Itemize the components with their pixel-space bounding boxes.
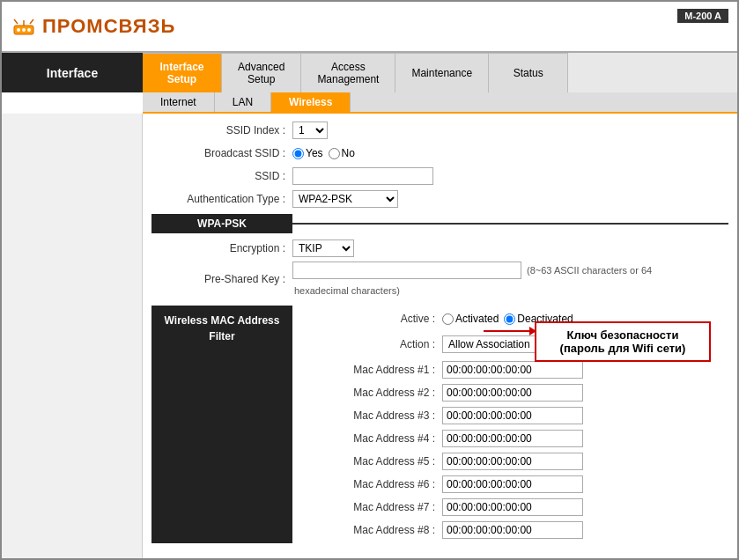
encryption-row: Encryption : TKIP	[151, 239, 728, 258]
mac-input-6[interactable]	[442, 475, 583, 493]
mac-address-row-8: Mac Address #8 :	[301, 520, 728, 540]
action-label: Action :	[301, 338, 442, 350]
sub-tab-internet[interactable]: Internet	[143, 92, 215, 112]
wpa-psk-line	[292, 223, 728, 225]
router-icon	[11, 13, 37, 40]
auth-type-label: Authentication Type :	[151, 193, 292, 205]
nav-tabs: InterfaceSetup AdvancedSetup AccessManag…	[143, 53, 737, 92]
ssid-value: 0000aa-pc	[292, 167, 433, 185]
ssid-index-value: 1	[292, 122, 328, 139]
sidebar	[2, 114, 143, 558]
active-label: Active :	[301, 313, 442, 325]
broadcast-yes-label[interactable]: Yes	[292, 147, 323, 159]
mac-filter-label: Wireless MAC AddressFilter	[151, 306, 292, 543]
svg-line-5	[14, 19, 18, 24]
psk-value: (8~63 ASCII characters or 64 hexadecimal…	[292, 262, 652, 297]
wpa-psk-label: WPA-PSK	[151, 214, 292, 233]
tooltip-line2: (пароль для Wifi сети)	[545, 342, 700, 355]
svg-point-3	[27, 28, 31, 32]
mac-label-8: Mac Address #8 :	[301, 524, 442, 536]
broadcast-yes-radio[interactable]	[292, 148, 304, 159]
svg-point-2	[22, 28, 26, 32]
ssid-input[interactable]: 0000aa-pc	[292, 167, 433, 185]
encryption-value: TKIP	[292, 239, 354, 257]
tab-access-management[interactable]: AccessManagement	[301, 53, 395, 92]
broadcast-ssid-value: Yes No	[292, 147, 355, 159]
ssid-label: SSID :	[151, 170, 292, 182]
ssid-index-row: SSID Index : 1	[151, 121, 728, 140]
tooltip-box: Ключ безопасности (пароль для Wifi сети)	[535, 321, 711, 362]
mac-input-5[interactable]	[442, 453, 583, 470]
encryption-label: Encryption :	[151, 242, 292, 254]
activated-radio[interactable]	[442, 313, 454, 325]
mac-label-1: Mac Address #1 :	[301, 364, 442, 376]
broadcast-ssid-label: Broadcast SSID :	[151, 147, 292, 159]
psk-input[interactable]	[292, 262, 521, 279]
nav-interface-label: Interface	[2, 53, 143, 92]
mac-input-7[interactable]	[442, 498, 583, 516]
mac-label-5: Mac Address #5 :	[301, 455, 442, 468]
tab-advanced-setup[interactable]: AdvancedSetup	[222, 53, 301, 92]
mac-input-4[interactable]	[442, 430, 583, 447]
main-content: SSID Index : 1 Broadcast SSID : Yes	[143, 114, 737, 558]
mac-address-row-2: Mac Address #2 :	[301, 383, 728, 402]
action-select[interactable]: Allow Association	[442, 335, 548, 353]
sub-tab-wireless[interactable]: Wireless	[271, 92, 351, 112]
nav-area: Interface InterfaceSetup AdvancedSetup A…	[2, 53, 737, 92]
mac-label-7: Mac Address #7 :	[301, 501, 442, 513]
logo-text: ПРОМСВЯЗЬ	[42, 15, 175, 38]
sub-tabs: Internet LAN Wireless	[143, 92, 737, 114]
header: ПРОМСВЯЗЬ M-200 A	[2, 2, 737, 53]
mac-addresses-container: Mac Address #1 : Mac Address #2 : Mac Ad…	[301, 360, 728, 540]
activated-label[interactable]: Activated	[442, 313, 499, 325]
main-window: ПРОМСВЯЗЬ M-200 A Interface InterfaceSet…	[0, 0, 739, 560]
content-area: SSID Index : 1 Broadcast SSID : Yes	[2, 114, 737, 558]
sub-tab-lan[interactable]: LAN	[215, 92, 271, 112]
auth-type-select[interactable]: WPA2-PSK	[292, 190, 398, 208]
mac-address-row-6: Mac Address #6 :	[301, 475, 728, 494]
auth-type-row: Authentication Type : WPA2-PSK	[151, 189, 728, 209]
deactivated-radio[interactable]	[504, 313, 515, 325]
mac-input-3[interactable]	[442, 407, 583, 424]
auth-type-value: WPA2-PSK	[292, 190, 398, 208]
mac-address-row-1: Mac Address #1 :	[301, 360, 728, 379]
tab-status[interactable]: Status	[489, 53, 568, 92]
ssid-index-label: SSID Index :	[151, 124, 292, 136]
broadcast-no-radio[interactable]	[329, 148, 340, 159]
svg-line-6	[30, 19, 33, 24]
psk-container: Pre-Shared Key : (8~63 ASCII characters …	[151, 262, 728, 297]
mac-address-row-7: Mac Address #7 :	[301, 497, 728, 517]
psk-label: Pre-Shared Key :	[151, 273, 292, 285]
mac-address-row-3: Mac Address #3 :	[301, 406, 728, 425]
mac-input-8[interactable]	[442, 521, 583, 539]
mac-label-6: Mac Address #6 :	[301, 478, 442, 490]
mac-label-4: Mac Address #4 :	[301, 432, 442, 445]
ssid-index-select[interactable]: 1	[292, 122, 328, 139]
svg-point-1	[17, 28, 20, 32]
wpa-psk-divider: WPA-PSK	[151, 214, 728, 233]
ssid-row: SSID : 0000aa-pc	[151, 166, 728, 186]
tooltip-arrow	[484, 330, 536, 332]
psk-hint: (8~63 ASCII characters or 64	[527, 265, 652, 276]
tooltip-line1: Ключ безопасности	[545, 328, 700, 342]
logo-area: ПРОМСВЯЗЬ	[11, 13, 175, 40]
tab-maintenance[interactable]: Maintenance	[395, 53, 489, 92]
mac-address-row-4: Mac Address #4 :	[301, 429, 728, 448]
tab-interface-setup[interactable]: InterfaceSetup	[143, 53, 222, 92]
mac-label-2: Mac Address #2 :	[301, 387, 442, 399]
mac-label-3: Mac Address #3 :	[301, 409, 442, 422]
broadcast-no-label[interactable]: No	[329, 147, 355, 159]
encryption-select[interactable]: TKIP	[292, 239, 354, 257]
mac-input-2[interactable]	[442, 384, 583, 402]
model-badge: M-200 A	[677, 9, 728, 23]
mac-address-row-5: Mac Address #5 :	[301, 452, 728, 471]
psk-row: Pre-Shared Key : (8~63 ASCII characters …	[151, 262, 728, 297]
mac-input-1[interactable]	[442, 361, 583, 379]
broadcast-ssid-row: Broadcast SSID : Yes No	[151, 144, 728, 163]
psk-hint2: hexadecimal characters)	[294, 285, 400, 296]
